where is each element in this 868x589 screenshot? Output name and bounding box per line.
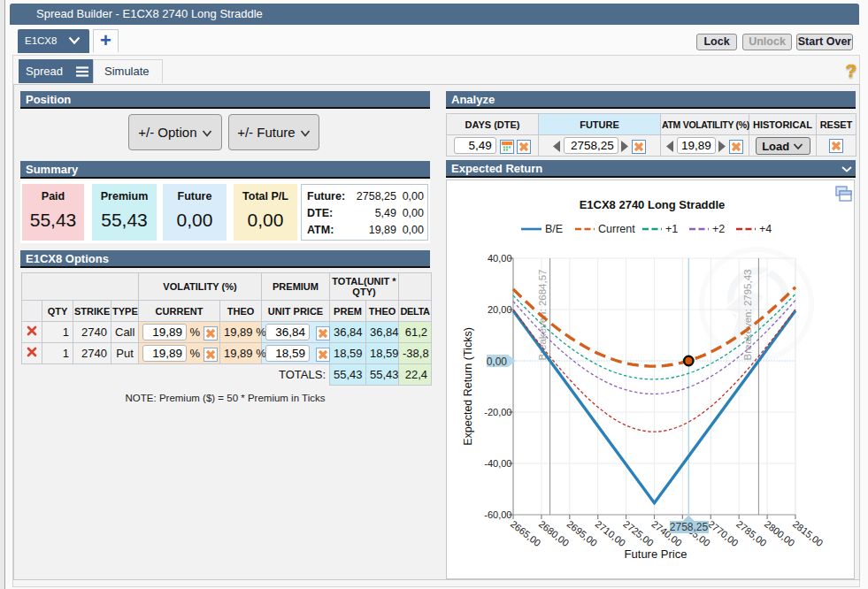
- svg-text:2800,00: 2800,00: [763, 518, 797, 548]
- svg-text:-20,00: -20,00: [484, 407, 511, 417]
- svg-text:2665,00: 2665,00: [509, 518, 543, 548]
- svg-text:40,00: 40,00: [488, 253, 512, 264]
- svg-text:2725,00: 2725,00: [621, 518, 656, 548]
- svg-text:2770,00: 2770,00: [706, 518, 741, 548]
- svg-text:2815,00: 2815,00: [791, 518, 826, 548]
- svg-text:Current: Current: [598, 223, 635, 235]
- svg-text:-40,00: -40,00: [484, 458, 511, 469]
- svg-text:+1: +1: [665, 223, 678, 235]
- svg-text:2695,00: 2695,00: [565, 518, 600, 548]
- svg-text:2785,00: 2785,00: [734, 518, 769, 548]
- svg-text:Expected Return (Ticks): Expected Return (Ticks): [462, 327, 474, 446]
- svg-text:+4: +4: [759, 223, 772, 235]
- svg-text:Future Price: Future Price: [625, 547, 687, 561]
- svg-text:2758,25: 2758,25: [670, 521, 709, 533]
- svg-text:0,00: 0,00: [487, 356, 508, 368]
- svg-text:20,00: 20,00: [488, 304, 512, 315]
- svg-text:+2: +2: [712, 223, 725, 235]
- svg-text:2680,00: 2680,00: [537, 518, 572, 548]
- svg-text:E1CX8 2740 Long Straddle: E1CX8 2740 Long Straddle: [580, 198, 726, 211]
- svg-text:2710,00: 2710,00: [593, 518, 627, 548]
- svg-text:B/E: B/E: [545, 223, 563, 235]
- svg-text:-60,00: -60,00: [484, 509, 511, 520]
